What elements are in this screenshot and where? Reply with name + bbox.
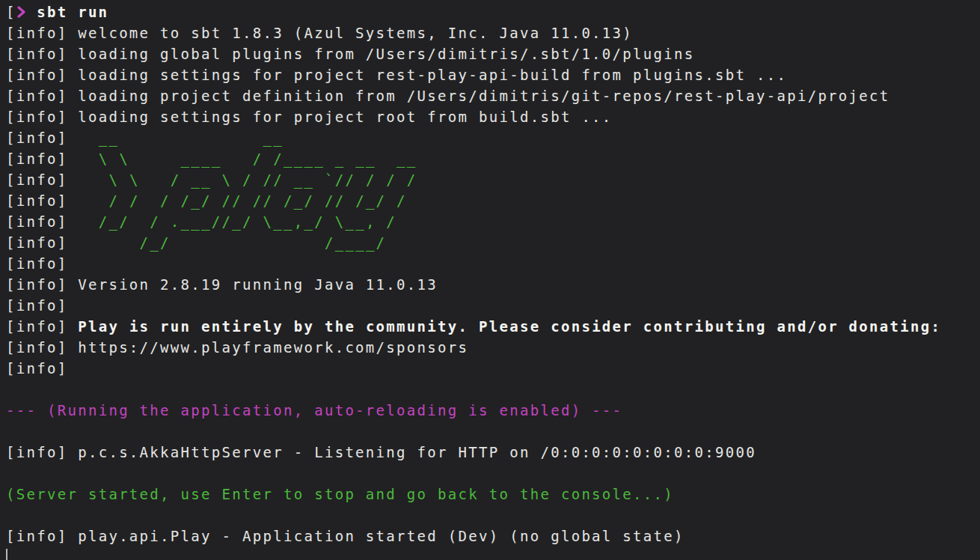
blank-line [6, 505, 980, 526]
blank-line [6, 463, 980, 484]
text-segment: [ [6, 4, 16, 20]
text-segment: [info] [6, 255, 67, 272]
text-segment: [info] [6, 171, 78, 188]
log-line: [info] welcome to sbt 1.8.3 (Azul System… [6, 22, 980, 43]
log-line: [info] play.api.Play - Application start… [6, 526, 980, 547]
text-segment: \ \ / __ \ / // __ `// / / / [78, 171, 417, 188]
text-segment: [info] [6, 318, 78, 335]
text-cursor [6, 549, 7, 560]
text-segment: [info] Version 2.8.19 running Java 11.0.… [6, 276, 438, 293]
community-message-line: [info] Play is run entirely by the commu… [6, 316, 980, 337]
text-segment: /_/ / .___//_/ \__,_/ \__, / [78, 213, 396, 230]
running-notice-line: --- (Running the application, auto-reloa… [6, 400, 980, 421]
play-banner-line: [info] __ __ [6, 127, 980, 148]
blank-line [6, 421, 980, 442]
log-line: [info] loading settings for project root… [6, 106, 980, 127]
text-segment: [info] [6, 360, 67, 377]
text-segment: [info] p.c.s.AkkaHttpServer - Listening … [6, 444, 756, 460]
sponsors-url-line: [info] https://www.playframework.com/spo… [6, 337, 980, 358]
text-segment: --- (Running the application, auto-reloa… [6, 402, 622, 419]
prompt-line: [ sbt run [6, 1, 980, 22]
log-line: [info] p.c.s.AkkaHttpServer - Listening … [6, 442, 980, 463]
text-segment: [info] [6, 150, 78, 167]
text-segment: [info] [6, 213, 78, 230]
log-line: [info] [6, 358, 980, 379]
text-segment: [info] loading settings for project rest… [6, 67, 787, 83]
prompt-chevron-icon [16, 5, 27, 19]
log-line: [info] [6, 253, 980, 274]
text-segment: [info] play.api.Play - Application start… [6, 528, 685, 544]
blank-line [6, 379, 980, 400]
log-line: [info] Version 2.8.19 running Java 11.0.… [6, 274, 980, 295]
text-segment: (Server started, use Enter to stop and g… [6, 486, 674, 502]
text-segment: [info] welcome to sbt 1.8.3 (Azul System… [6, 25, 633, 41]
cursor-line [6, 547, 980, 560]
text-segment: / / / /_/ // // /_/ // /_/ / [78, 192, 407, 209]
server-started-line: (Server started, use Enter to stop and g… [6, 484, 980, 505]
text-segment: /_/ /____/ [78, 234, 386, 251]
text-segment: [info] loading settings for project root… [6, 109, 613, 125]
log-line: [info] loading settings for project rest… [6, 64, 980, 85]
play-banner-line: [info] /_/ / .___//_/ \__,_/ \__, / [6, 211, 980, 232]
terminal-output[interactable]: [ sbt run[info] welcome to sbt 1.8.3 (Az… [0, 0, 980, 560]
play-banner-line: [info] /_/ /____/ [6, 232, 980, 253]
text-segment: [info] [6, 130, 78, 146]
play-banner-line: [info] / / / /_/ // // /_/ // /_/ / [6, 190, 980, 211]
log-line: [info] [6, 295, 980, 316]
text-segment [26, 4, 37, 20]
play-banner-line: [info] \ \ ____ / /____ _ __ __ [6, 148, 980, 169]
text-segment: sbt run [37, 4, 108, 20]
text-segment: [info] [6, 192, 78, 209]
text-segment: [info] loading global plugins from /User… [6, 46, 695, 62]
play-banner-line: [info] \ \ / __ \ / // __ `// / / / [6, 169, 980, 190]
text-segment: [info] https://www.playframework.com/spo… [6, 339, 468, 356]
text-segment: [info] [6, 234, 78, 251]
text-segment: [info] [6, 297, 67, 314]
text-segment: __ __ [78, 130, 284, 146]
log-line: [info] loading global plugins from /User… [6, 43, 980, 64]
text-segment: Play is run entirely by the community. P… [78, 318, 941, 335]
text-segment: \ \ ____ / /____ _ __ __ [78, 150, 417, 167]
text-segment: [info] loading project definition from /… [6, 88, 890, 104]
log-line: [info] loading project definition from /… [6, 85, 980, 106]
